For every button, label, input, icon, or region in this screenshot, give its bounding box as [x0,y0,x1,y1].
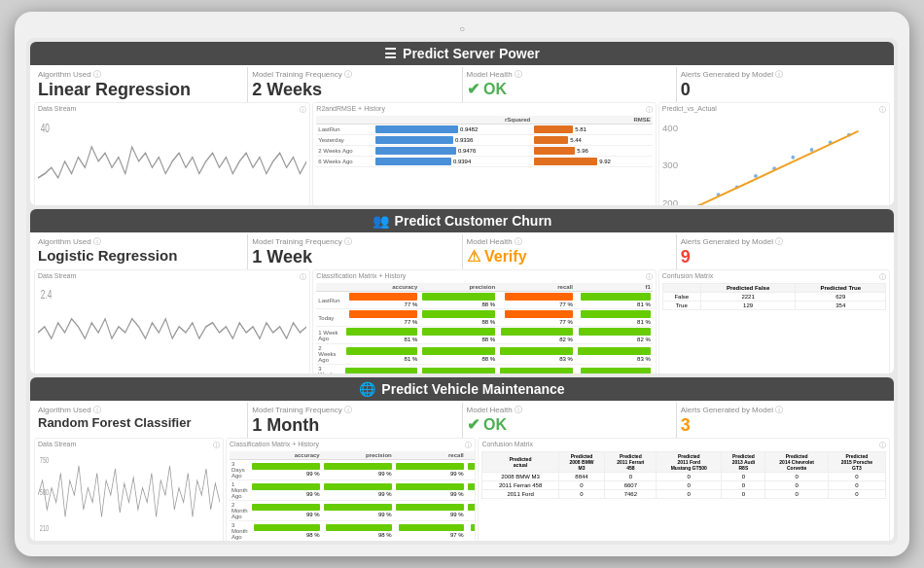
f1-cell: 83 % [575,344,653,365]
svg-text:200: 200 [662,197,678,206]
chart-title-predict-server: Predict_vs_Actual ⓘ [662,105,886,115]
acc-cell: 77 % [342,309,419,327]
scatter-area-server: 400 300 200 [662,116,886,205]
device-frame: ○ ☰ Predict Server Power Algorithm Used … [15,12,909,556]
acc-cell: 81 % [342,327,419,344]
metric-alerts-churn: Alerts Generated by Model ⓘ 9 [677,234,890,269]
table-row: 3 Weeks Ago 82 % 88 % 83 % 81 % [316,365,652,373]
f1-cell: 99 % [466,459,477,479]
rmse-bar-cell: 5.96 [532,146,653,157]
cm-val: 2221 [700,293,796,302]
info-icon-4: ⓘ [775,69,783,80]
pre-cell: 99 % [322,479,394,500]
chart-confusion-vehicle: Confusion Matrix ⓘ Predictedactual Predi… [478,438,890,541]
acc-cell: 82 % [342,365,419,373]
rec-cell: 97 % [394,520,466,541]
metric-alerts-vehicle: Alerts Generated by Model ⓘ 3 [677,403,890,438]
info-icon-19: ⓘ [213,441,220,450]
f1-cell: 99 % [466,500,477,520]
pre-cell: 88 % [419,365,497,373]
col-h-f1-v: f1 [466,451,477,460]
metric-label-health-vehicle: Model Health ⓘ [467,405,672,415]
metric-health-churn: Model Health ⓘ ⚠ Verify [463,234,677,269]
info-icon-17: ⓘ [515,405,522,415]
section-header-churn: 👥 Predict Customer Churn [30,209,894,232]
chart-title-stream-churn: Data Stream ⓘ [38,272,306,282]
chart-title-data-stream-server: Data Stream ⓘ [38,105,306,115]
cm-val: 0 [765,472,828,480]
metric-value-alerts-vehicle: 3 [681,415,886,436]
info-icon-20: ⓘ [465,441,472,450]
rmse-bar [534,147,575,155]
pre-cell: 98 % [322,520,394,541]
chart-area-sparkline-churn: 2.4 1:15 PM 1:41 PM [38,283,306,373]
svg-text:750: 750 [40,454,49,465]
cm-col-actual: Predictedactual [482,451,558,472]
pre-cell: 88 % [419,309,497,327]
info-icon-2: ⓘ [344,69,352,80]
metric-value-algorithm-server: Linear Regression [38,80,243,100]
cm-val: 0 [558,480,605,489]
cm-col-mustang: Predicted2011 FordMustang GT500 [657,451,722,472]
pre-cell: 99 % [322,459,394,479]
chart-title-confusion-churn: Confusion Matrix ⓘ [662,272,886,282]
sparkline-churn: 2.4 1:15 PM 1:41 PM [38,283,306,373]
cm-col-corvette: Predicted2014 ChevroletCorvette [765,451,828,472]
cm-col-true: Predicted True [796,284,886,293]
r2-bar-cell: 0.9476 [373,146,532,157]
svg-text:500: 500 [40,486,49,497]
metric-value-frequency-server: 2 Weeks [252,80,457,100]
charts-row-server-power: Data Stream ⓘ 40 1:38 PM 1:52 PM [34,102,890,205]
section-customer-churn: 👥 Predict Customer Churn Algorithm Used … [30,209,894,373]
metric-label-health-server: Model Health ⓘ [467,69,672,80]
svg-text:210: 210 [40,523,49,534]
table-row: 3 Days Ago 99 % 99 % 99 % 99 % [230,459,476,479]
pre-cell: 88 % [419,327,497,344]
row-label: Today [316,309,342,327]
col-h-rec-v: recall [394,451,466,460]
cm-val: 0 [765,480,828,489]
cm-col-label [662,284,700,293]
row-label: 1 Week Ago [316,327,342,344]
pre-cell: 88 % [419,292,497,309]
cm-val: 0 [558,489,605,498]
charts-row-vehicle: Data Stream ⓘ 750 500 210 [34,438,890,541]
people-icon: 👥 [373,213,389,229]
col-h-acc-v: accuracy [250,451,322,460]
info-icon-5: ⓘ [300,105,306,115]
cm-history-table-vehicle: accuracy precision recall f1 3 Days Ago … [230,451,476,541]
f1-cell: 99 % [466,479,477,500]
rmse-bar [534,136,568,144]
row-label: 2011 Ferrari 458 [482,480,558,489]
scatter-svg-server: 400 300 200 [662,116,886,205]
r2-bar-cell: 0.9394 [373,157,532,167]
chart-title-r2-server: R2andRMSE + History ⓘ [316,105,652,115]
rec-cell: 77 % [497,292,575,309]
chart-cm-history-vehicle: Classification Matrix + History ⓘ accura… [226,438,476,541]
cm-val: 0 [657,472,722,480]
rec-cell: 99 % [394,479,466,500]
cm-col-ferrari: Predicted2011 Ferrari458 [605,451,657,472]
cm-val: 0 [657,480,722,489]
info-icon-16: ⓘ [344,405,352,415]
row-label: 2011 Ford [482,489,558,498]
row-label: 3 Weeks Ago [316,365,342,373]
info-icon-10: ⓘ [515,236,522,247]
row-label: 2 Weeks Ago [316,146,373,157]
f1-cell: 81 % [575,365,653,373]
section-server-power: ☰ Predict Server Power Algorithm Used ⓘ … [30,42,894,205]
cm-val: 8844 [558,472,605,480]
rec-cell: 83 % [497,365,575,373]
table-row: Today 77 % 88 % 77 % 81 % [316,309,652,327]
metric-algorithm-vehicle: Algorithm Used ⓘ Random Forest Classifie… [34,403,248,438]
pre-cell: 99 % [322,500,394,520]
cm-val: 129 [700,302,796,310]
r2-rmse-table: rSquared RMSE LastRun [316,116,652,167]
r2-val: 0.9476 [458,148,476,154]
info-icon-11: ⓘ [775,236,783,247]
chart-data-stream-server: Data Stream ⓘ 40 1:38 PM 1:52 PM [34,102,310,205]
metric-algorithm-server: Algorithm Used ⓘ Linear Regression [34,67,248,102]
col-h-run-v [230,451,250,460]
acc-cell: 99 % [250,459,322,479]
pre-cell: 88 % [419,344,497,365]
